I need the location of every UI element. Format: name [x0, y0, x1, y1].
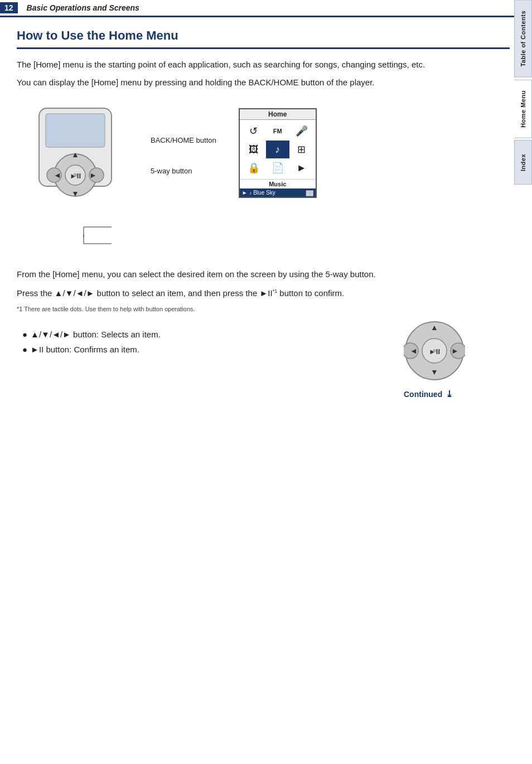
player-illustration: ►II ▲ ▼ ◄ ►: [17, 103, 139, 257]
instruction-para-1: From the [Home] menu, you can select the…: [17, 268, 510, 281]
diagram-area: ►II ▲ ▼ ◄ ►: [17, 103, 510, 257]
bullet-list: ▲/▼/◄/► button: Selects an item. ►II but…: [22, 327, 404, 357]
top-bar: 12 Basic Operations and Screens: [0, 0, 532, 17]
page-title: How to Use the Home Menu: [17, 28, 510, 49]
back-home-label: BACK/HOME button: [151, 136, 216, 144]
svg-text:▼: ▼: [71, 189, 79, 198]
bottom-fiveway-diagram: ►II ▲ ▼ ◄ ► Continued ⤓: [404, 320, 465, 399]
bullet-item-2: ►II button: Confirms an item.: [22, 342, 404, 357]
svg-text:▼: ▼: [431, 368, 438, 376]
svg-point-11: [74, 173, 77, 177]
svg-text:▲: ▲: [431, 323, 438, 332]
home-icon-music: ♪: [266, 141, 289, 158]
diagram-labels: BACK/HOME button 5-way button: [151, 136, 216, 175]
home-screen-bottom-left: ► ♪ Blue Sky: [242, 190, 275, 196]
home-screen: Home ↺ FM 🎤 🖼 ♪ ⊞ 🔒 📄 ► Music: [239, 108, 317, 198]
svg-text:▲: ▲: [71, 150, 79, 159]
bullet-item-1: ▲/▼/◄/► button: Selects an item.: [22, 327, 404, 342]
footnote: *1 There are tactile dots. Use them to h…: [17, 306, 510, 312]
sidebar-tab-index[interactable]: Index: [514, 140, 532, 185]
intro-para-1: The [Home] menu is the starting point of…: [17, 58, 510, 71]
continued-arrow-icon: ⤓: [446, 389, 453, 399]
instruction-para-2: Press the ▲/▼/◄/► button to select an it…: [17, 287, 510, 300]
page-number: 12: [0, 2, 18, 13]
bullet-section: ▲/▼/◄/► button: Selects an item. ►II but…: [17, 320, 404, 364]
svg-rect-1: [46, 114, 105, 147]
sidebar-tab-toc[interactable]: Table of Contents: [514, 0, 532, 78]
right-sidebar: Table of Contents Home Menu Index: [512, 0, 532, 764]
main-content: How to Use the Home Menu The [Home] menu…: [17, 17, 510, 399]
home-icon-mic: 🎤: [290, 122, 313, 140]
svg-text:◄: ◄: [410, 346, 418, 355]
svg-text:►: ►: [89, 171, 97, 180]
fiveway-label: 5-way button: [151, 167, 216, 175]
home-icon-play: ►: [290, 159, 313, 177]
home-icon-lock: 🔒: [242, 159, 265, 177]
battery-icon: ▓▓: [306, 190, 313, 196]
continued-area: Continued ⤓: [404, 389, 465, 399]
home-icon-fm: FM: [266, 122, 289, 140]
home-screen-title: Home: [240, 109, 316, 120]
bullets-and-diagram: ▲/▼/◄/► button: Selects an item. ►II but…: [17, 320, 510, 399]
svg-point-25: [433, 349, 436, 352]
continued-label: Continued ⤓: [404, 389, 465, 399]
intro-para-2: You can display the [Home] menu by press…: [17, 76, 510, 89]
home-screen-device: Home ↺ FM 🎤 🖼 ♪ ⊞ 🔒 📄 ► Music: [239, 108, 317, 198]
home-screen-music-label: Music: [240, 179, 316, 188]
home-screen-grid: ↺ FM 🎤 🖼 ♪ ⊞ 🔒 📄 ►: [240, 120, 316, 179]
svg-text:►: ►: [451, 346, 459, 355]
home-icon-doc: 📄: [266, 159, 289, 177]
svg-text:◄: ◄: [54, 171, 61, 180]
sidebar-tab-home-menu[interactable]: Home Menu: [514, 80, 532, 138]
home-icon-grid: ⊞: [290, 141, 313, 158]
home-icon-photo: 🖼: [242, 141, 265, 158]
section-title-bar: Basic Operations and Screens: [27, 3, 139, 12]
home-icon-sync: ↺: [242, 122, 265, 140]
home-screen-bottom: ► ♪ Blue Sky ▓▓: [240, 188, 316, 197]
